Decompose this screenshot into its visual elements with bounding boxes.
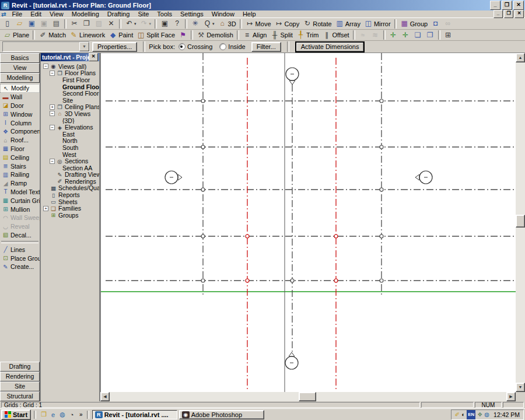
save-button[interactable]: ▣ [26,18,38,29]
tool-door[interactable]: ◪Door [0,102,40,110]
tree-expand-icon[interactable]: − [50,159,55,164]
tree-item[interactable]: +❑Families [42,205,99,212]
linework-button[interactable]: ✎Linework [68,30,107,41]
sketch-b-button[interactable]: ≋ [369,30,382,41]
menu-edit[interactable]: Edit [26,10,46,18]
grid-bubble[interactable] [285,352,298,369]
tool-ramp[interactable]: ◢Ramp [0,179,40,188]
mirror-button[interactable]: ◫Mirror [362,18,393,29]
floor-plan-drawing[interactable] [101,53,516,392]
restore-button[interactable]: ❐ [502,1,512,10]
tree-item[interactable]: North [42,138,99,145]
tree-item[interactable]: −◉Views (all) [42,63,99,70]
tree-item[interactable]: ✐Renderings [42,178,99,185]
tool-roof[interactable]: ⌂Roof... [0,136,40,145]
tree-expand-icon[interactable]: + [50,104,55,110]
menu-window[interactable]: Window [208,10,239,18]
tool-create[interactable]: ✎Create... [0,262,40,271]
undo-button[interactable]: ↶▾ [123,18,138,29]
tray-ball-icon[interactable]: ◐ [461,411,465,419]
tool-window[interactable]: ⊞Window [0,110,40,118]
tray-pen-icon[interactable]: ✐ [455,411,460,419]
join-geometry-button[interactable]: ❏ [412,30,424,41]
tree-item[interactable]: South [42,144,99,151]
activate-dimensions-button[interactable]: Activate Dimensions [295,41,365,52]
viewport-button[interactable]: ⊞ [442,30,454,41]
demolish-button[interactable]: ⚒Demolish [195,30,235,41]
match-button[interactable]: ✐Match [37,30,68,41]
chevron-down-icon[interactable]: ▼ [79,42,89,51]
tree-item[interactable]: −◎Sections [42,158,99,164]
split-face-button[interactable]: ◫Split Face [135,30,177,41]
paste-button[interactable]: ▨ [93,18,105,29]
tree-item[interactable]: Second Floor [42,90,99,97]
dynamically-modify-view-button[interactable]: ▣ [159,18,171,29]
tree-item[interactable]: ▯Reports [42,191,99,198]
delete-button[interactable]: ✕ [105,18,117,29]
type-selector-combobox[interactable]: ▼ [2,41,90,52]
tree-item[interactable]: Section AA [42,164,99,172]
child-close-button[interactable]: ✕ [514,10,524,18]
filter-button[interactable]: Filter... [251,42,281,52]
vertical-scrollbar[interactable]: ▲ ▼ [516,53,525,392]
design-tab-site[interactable]: Site [0,382,40,391]
menu-view[interactable]: View [46,10,68,18]
tree-item[interactable]: Ground Floor [42,83,99,90]
menu-file[interactable]: File [8,10,26,18]
tool-curtain-grid[interactable]: ▦Curtain Grid [0,196,40,205]
close-button[interactable]: ✕ [513,1,524,10]
scroll-up-icon[interactable]: ▲ [516,53,525,62]
group-button[interactable]: ▦Group [398,18,430,29]
new-button[interactable]: ▯ [1,18,13,29]
unjoin-geometry-button[interactable]: ❐ [424,30,436,41]
attach-top-button[interactable]: ✛ [387,30,400,41]
child-minimize-button[interactable]: _ [494,10,503,18]
tree-item[interactable]: East [42,131,99,138]
tool-reveal[interactable]: ◡Reveal [0,222,40,231]
tree-item[interactable]: −◈Elevations [42,124,99,131]
move-button[interactable]: ↦Move [244,18,273,29]
quicklaunch-media-icon[interactable]: ◔ [67,411,76,418]
array-button[interactable]: ▥Array [334,18,362,29]
horizontal-scroll-thumb[interactable] [299,392,316,401]
task-button-2[interactable]: ◉Adobe Photoshop [179,410,264,419]
zoom-button[interactable]: Q▾ [201,18,216,29]
grid-bubble[interactable] [415,171,432,184]
tool-railing[interactable]: ▥Railing [0,170,40,179]
tray-language-indicator[interactable]: EN [467,410,475,419]
save-all-button[interactable]: ▣ [38,18,50,29]
trim-button[interactable]: ╀Trim [295,30,321,41]
design-tab-structural[interactable]: Structural [0,391,40,401]
tool-wall-sweep[interactable]: ◠Wall Sweep [0,214,40,222]
tree-expand-icon[interactable]: − [50,71,55,76]
grid-bubble[interactable] [286,68,299,85]
start-button[interactable]: Start [1,410,31,420]
split-button[interactable]: ╫Split [268,30,294,41]
tool-mullion[interactable]: ⊞Mullion [0,205,40,214]
tree-item[interactable]: {3D} [42,117,99,124]
tree-expand-icon[interactable]: − [50,125,55,130]
sketch-a-button[interactable]: ≈ [357,30,369,41]
tree-item[interactable]: ▭Sheets [42,198,99,205]
context-help-button[interactable]: ? [171,18,183,29]
flag-button[interactable]: ⚑ [177,30,189,41]
tree-item[interactable]: ⊞Groups [42,212,99,219]
overflow-chevron-icon[interactable]: » [78,411,84,418]
menu-modelling[interactable]: Modelling [68,10,103,18]
minimize-button[interactable]: _ [490,1,501,10]
design-tab-rendering[interactable]: Rendering [0,372,40,382]
tool-column[interactable]: IColumn [0,118,40,127]
tool-lines[interactable]: ╱Lines [0,245,40,254]
tool-model-text[interactable]: TModel Text [0,188,40,197]
tree-expand-icon[interactable]: − [50,111,55,116]
project-browser-close-icon[interactable]: ✕ [89,53,98,61]
menu-settings[interactable]: Settings [176,10,208,18]
child-restore-button[interactable]: ❐ [504,10,513,18]
scroll-left-icon[interactable]: ◀ [100,392,110,401]
quicklaunch-outlook-icon[interactable]: ◍ [58,411,67,418]
vertical-scroll-thumb[interactable] [516,215,525,228]
tool-ceiling[interactable]: ▤Ceiling [0,153,40,162]
tool-place-group[interactable]: ⊡Place Group [0,254,40,262]
menu-tools[interactable]: Tools [153,10,176,18]
horizontal-scrollbar[interactable]: ◀ ▶ [100,392,516,401]
